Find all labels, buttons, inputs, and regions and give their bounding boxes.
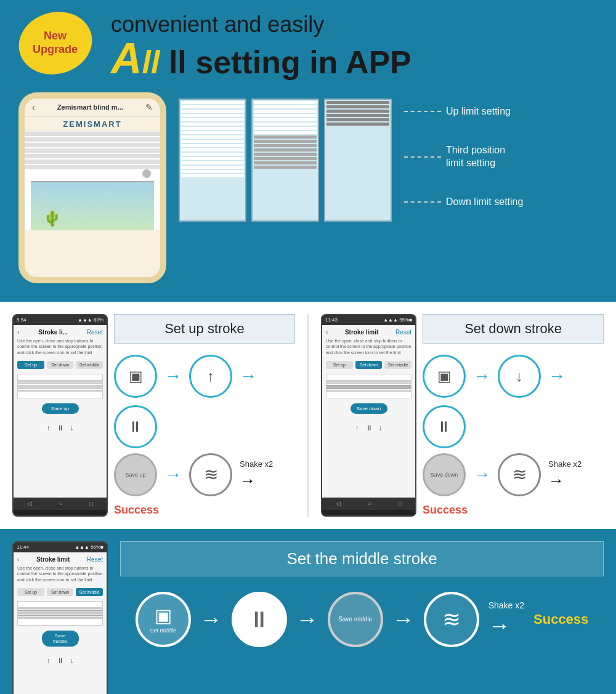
blind-diagrams-area: Up limit setting Third position limit se… bbox=[179, 92, 598, 222]
down-ctrl-up[interactable]: ↑ bbox=[355, 424, 359, 432]
down-limit-label: Down limit setting bbox=[446, 196, 523, 209]
phone-top-bar: ‹ Zemismart blind m... ✎ bbox=[25, 99, 160, 117]
down-phone-icons: ▲▲▲ 55%■ bbox=[383, 317, 412, 323]
up-ctrl-down[interactable]: ↓ bbox=[70, 424, 74, 432]
down-instructions: Set down stroke ▣ → ↓ → ⏸ bbox=[423, 314, 604, 517]
up-phone-back: ‹ bbox=[17, 329, 19, 336]
arrow-2: → bbox=[240, 366, 257, 386]
blind-slat bbox=[25, 137, 160, 142]
up-phone-icons: ▲▲▲ 60% bbox=[78, 317, 103, 323]
down-nav-home[interactable]: ○ bbox=[367, 500, 371, 507]
down-phone-header: ‹ Stroke limit Reset bbox=[326, 329, 411, 336]
bottom-shake-icon: ≋ bbox=[442, 607, 461, 632]
top-section: New Upgrade convenient and easily All ll… bbox=[0, 0, 616, 302]
down-blind-icon: ▣ bbox=[437, 368, 452, 385]
headline-line1: convenient and easily bbox=[111, 12, 598, 37]
bottom-phone: 11:44 ▲▲▲ 56%■ ‹ Stroke limit Reset Use … bbox=[12, 541, 108, 694]
up-stroke-panel: 5:54 ▲▲▲ 60% ‹ Stroke li... Reset Use th… bbox=[12, 314, 295, 517]
down-phone-reset: Reset bbox=[395, 329, 411, 336]
shake-icon-up: ≋ bbox=[204, 464, 218, 485]
bottom-blind-slats-preview bbox=[18, 607, 102, 619]
headline-rest: ll setting in APP bbox=[169, 44, 411, 80]
up-ctrl-up[interactable]: ↑ bbox=[47, 424, 51, 432]
up-steps-row-1: ▣ → ↑ → ⏸ bbox=[114, 355, 295, 448]
down-steps-row-1: ▣ → ↓ → ⏸ bbox=[423, 355, 604, 448]
blind-icon: ▣ bbox=[129, 368, 143, 385]
bottom-tab-set-down[interactable]: Set down bbox=[47, 588, 74, 596]
top-header: New Upgrade convenient and easily All ll… bbox=[18, 12, 598, 80]
bottom-success-label: Success bbox=[533, 611, 588, 627]
up-success-label: Success bbox=[114, 504, 159, 517]
down-save-button[interactable]: Save down bbox=[351, 403, 387, 414]
middle-section: 5:54 ▲▲▲ 60% ‹ Stroke li... Reset Use th… bbox=[0, 302, 616, 529]
down-arrow-1: → bbox=[473, 366, 490, 386]
blind-diagram-2 bbox=[251, 99, 319, 222]
down-step-save: Save down bbox=[423, 453, 466, 496]
up-tab-set-middle[interactable]: Set middle bbox=[76, 361, 103, 369]
down-arrow-right: → bbox=[548, 471, 582, 490]
up-phone-nav: ◁ ○ □ bbox=[14, 498, 107, 510]
down-ctrl-down[interactable]: ↓ bbox=[379, 424, 383, 432]
down-step-blind-icon: ▣ bbox=[423, 355, 466, 398]
up-step-up-arrow: ↑ bbox=[189, 355, 232, 398]
bottom-shake-info: Shake x2 → bbox=[488, 600, 524, 639]
down-tab-set-down[interactable]: Set down bbox=[355, 361, 383, 369]
bottom-step-save-middle: Save middle bbox=[328, 592, 383, 647]
middle-stroke-title: Set the middle stroke bbox=[120, 541, 604, 576]
badge-text: New Upgrade bbox=[33, 30, 78, 56]
nav-square-icon[interactable]: □ bbox=[89, 500, 93, 507]
phone-title: Zemismart blind m... bbox=[57, 103, 123, 111]
down-ctrl-pause[interactable]: ⏸ bbox=[365, 424, 373, 432]
up-stroke-title: Set up stroke bbox=[114, 314, 295, 344]
down-phone-desc: Use the open, close and stop buttons to … bbox=[326, 338, 411, 356]
bottom-step-pause: ⏸ bbox=[232, 592, 287, 647]
down-step-pause: ⏸ bbox=[423, 405, 466, 448]
bottom-ctrl-down[interactable]: ↓ bbox=[70, 656, 74, 665]
up-phone-desc: Use the open, close and stop buttons to … bbox=[17, 338, 103, 356]
up-save-button[interactable]: Save up bbox=[42, 403, 79, 414]
blind-slat bbox=[25, 159, 160, 164]
bottom-ctrl-up[interactable]: ↑ bbox=[47, 656, 51, 665]
up-phone-time: 5:54 bbox=[17, 317, 26, 323]
down-phone-time: 11:43 bbox=[325, 317, 338, 323]
blind-slat bbox=[25, 132, 160, 136]
down-tab-set-up[interactable]: Set up bbox=[326, 361, 353, 369]
phone-back-arrow: ‹ bbox=[32, 102, 35, 112]
down-stroke-panel: 11:43 ▲▲▲ 55%■ ‹ Stroke limit Reset Use … bbox=[321, 314, 604, 517]
up-instructions: Set up stroke ▣ → ↑ → ⏸ bbox=[114, 314, 295, 517]
down-phone-tabs: Set up Set down Set middle bbox=[326, 361, 411, 369]
up-phone-reset: Reset bbox=[87, 329, 103, 336]
down-tab-set-middle[interactable]: Set middle bbox=[384, 361, 411, 369]
down-stroke-content: 11:43 ▲▲▲ 55%■ ‹ Stroke limit Reset Use … bbox=[321, 314, 604, 517]
headline-line2: All ll setting in APP bbox=[111, 37, 598, 80]
up-phone-status-bar: 5:54 ▲▲▲ 60% bbox=[14, 315, 107, 325]
up-stroke-phone: 5:54 ▲▲▲ 60% ‹ Stroke li... Reset Use th… bbox=[12, 314, 108, 517]
bottom-pause-icon: ⏸ bbox=[248, 607, 270, 632]
bottom-tab-set-middle[interactable]: Set middle bbox=[76, 588, 103, 596]
down-step-down-arrow: ↓ bbox=[498, 355, 541, 398]
up-shake-info: Shake x2 → bbox=[240, 459, 273, 490]
headline-area: convenient and easily All ll setting in … bbox=[105, 12, 598, 80]
up-limit-label-row: Up limit setting bbox=[404, 105, 523, 118]
down-nav-back[interactable]: ◁ bbox=[336, 500, 341, 507]
up-ctrl-pause[interactable]: ⏸ bbox=[57, 424, 64, 432]
down-phone-status-bar: 11:43 ▲▲▲ 55%■ bbox=[322, 315, 415, 325]
down-arrow-3: → bbox=[473, 465, 490, 485]
nav-home-icon[interactable]: ○ bbox=[59, 500, 62, 507]
up-phone-controls: ↑ ⏸ ↓ bbox=[17, 419, 103, 432]
down-step-shake: ≋ bbox=[498, 453, 541, 496]
pause-icon: ⏸ bbox=[128, 418, 143, 435]
down-nav-square[interactable]: □ bbox=[398, 500, 402, 507]
third-position-label: Third position limit setting bbox=[446, 144, 505, 170]
bottom-ctrl-pause[interactable]: ⏸ bbox=[57, 656, 64, 665]
up-arrow-icon: ↑ bbox=[207, 368, 214, 385]
down-arrow-icon: ↓ bbox=[516, 368, 523, 385]
blind-slat bbox=[25, 143, 160, 147]
up-tab-set-up[interactable]: Set up bbox=[17, 361, 44, 369]
nav-back-icon[interactable]: ◁ bbox=[27, 500, 32, 507]
top-content: ‹ Zemismart blind m... ✎ ZEMISMART ━━━━━… bbox=[18, 92, 598, 283]
bottom-tab-set-up[interactable]: Set up bbox=[17, 588, 44, 596]
up-tab-set-down[interactable]: Set down bbox=[47, 361, 74, 369]
blind-diagrams-row bbox=[179, 92, 392, 222]
bottom-save-button[interactable]: Save middle bbox=[42, 631, 79, 647]
